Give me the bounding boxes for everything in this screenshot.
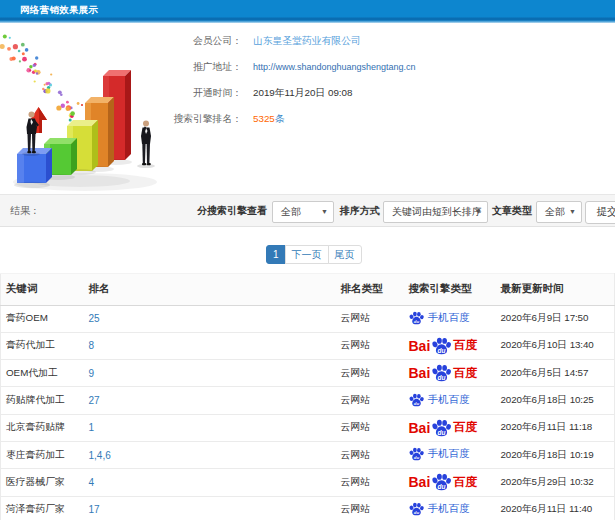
keyword-cell: 枣庄膏药加工 — [6, 449, 65, 460]
keyword-cell: 膏药代加工 — [6, 339, 55, 350]
header-engine-type: 搜索引擎类型 — [404, 274, 496, 306]
engine-select-value: 全部 — [281, 206, 301, 217]
rank-link[interactable]: 8 — [89, 340, 95, 351]
chevron-down-icon: ▼ — [569, 202, 576, 222]
promo-url-label: 推广地址： — [0, 60, 242, 74]
company-label: 会员公司： — [0, 34, 242, 48]
next-page-button[interactable]: 下一页 — [285, 245, 329, 264]
open-date-value: 2019年11月20日 09:08 — [253, 87, 353, 98]
baidu-logo-bai: Bai — [409, 420, 431, 436]
submit-button[interactable]: 提交 — [585, 201, 615, 224]
rank-type-cell: 云网站 — [341, 449, 370, 460]
filter-bar: 结果： 分搜索引擎查看 全部 ▼ 排序方式 关键词由短到长排序 ▼ 文章类型 全… — [0, 194, 615, 227]
person-right — [137, 121, 155, 169]
updated-cell: 2020年6月11日 11:40 — [501, 503, 593, 514]
baidu-logo: Bai du 百度 — [409, 419, 478, 437]
baidu-paw-icon: du — [431, 337, 452, 355]
header-updated: 最新更新时间 — [496, 274, 615, 306]
mobile-baidu-label: 手机百度 — [428, 502, 470, 516]
filter-controls: 分搜索引擎查看 全部 ▼ 排序方式 关键词由短到长排序 ▼ 文章类型 全部 ▼ … — [197, 195, 615, 226]
keyword-cell: 药贴牌代加工 — [6, 394, 65, 405]
rank-link[interactable]: 4 — [89, 477, 95, 488]
keyword-cell: 北京膏药贴牌 — [6, 421, 65, 432]
table-row: OEM代加工 9 云网站 du Bai — [1, 360, 615, 387]
svg-text:du: du — [413, 455, 419, 460]
engine-select[interactable]: 全部 ▼ — [272, 201, 334, 223]
company-link[interactable]: 山东皇圣堂药业有限公司 — [253, 35, 361, 46]
mobile-baidu-badge: du 手机百度 — [409, 311, 470, 325]
updated-cell: 2020年6月18日 10:25 — [501, 394, 594, 405]
sort-filter-label: 排序方式 — [340, 204, 380, 218]
page-title: 网络营销效果展示 — [20, 0, 98, 19]
baidu-paw-icon: du — [431, 364, 452, 382]
updated-cell: 2020年6月9日 17:50 — [501, 312, 589, 323]
keyword-rank-table: 关键词 排名 排名类型 搜索引擎类型 最新更新时间 膏药OEM 25 云网站 d… — [0, 273, 615, 520]
keyword-cell: 膏药OEM — [6, 312, 48, 323]
info-row-company: 会员公司：山东皇圣堂药业有限公司 — [0, 34, 470, 48]
table-row: 膏药OEM 25 云网站 du 手机百度 — [1, 305, 615, 332]
table-header-row: 关键词 排名 排名类型 搜索引擎类型 最新更新时间 — [1, 274, 615, 306]
table-row: 菏泽膏药厂家 17 云网站 du 手机百度 — [1, 496, 615, 520]
type-select[interactable]: 全部 ▼ — [536, 201, 582, 223]
keyword-cell: 菏泽膏药厂家 — [6, 503, 65, 514]
engine-filter-label: 分搜索引擎查看 — [197, 204, 267, 218]
info-row-rankcount: 搜索引擎排名：5325条 — [0, 112, 470, 126]
svg-text:du: du — [438, 374, 446, 381]
baidu-paw-icon: du — [409, 311, 424, 325]
table-row: 医疗器械厂家 4 云网站 du Bai — [1, 469, 615, 496]
growth-chart-illustration — [0, 30, 165, 192]
sort-select-value: 关键词由短到长排序 — [392, 206, 482, 217]
updated-cell: 2020年6月18日 10:19 — [501, 449, 594, 460]
rank-link[interactable]: 27 — [89, 395, 100, 406]
svg-text:du: du — [438, 346, 446, 353]
result-label: 结果： — [10, 195, 40, 226]
svg-text:du: du — [438, 428, 446, 435]
rank-count-value: 5325条 — [253, 113, 285, 124]
table-row: 药贴牌代加工 27 云网站 du 手机百度 — [1, 387, 615, 414]
updated-cell: 2020年6月5日 14:57 — [501, 367, 589, 378]
rank-link[interactable]: 25 — [89, 313, 100, 324]
baidu-logo-suffix: 百度 — [453, 365, 477, 382]
rank-link[interactable]: 1,4,6 — [89, 450, 111, 461]
baidu-paw-icon: du — [431, 419, 452, 437]
rank-link[interactable]: 17 — [89, 504, 100, 515]
baidu-logo-bai: Bai — [409, 365, 431, 381]
sort-select[interactable]: 关键词由短到长排序 ▼ — [383, 201, 488, 223]
promo-url-link[interactable]: http://www.shandonghuangshengtang.cn — [253, 62, 416, 72]
info-row-opendate: 开通时间：2019年11月20日 09:08 — [0, 86, 470, 100]
rank-type-cell: 云网站 — [341, 476, 370, 487]
baidu-paw-icon: du — [409, 447, 424, 461]
baidu-logo: Bai du 百度 — [409, 473, 478, 491]
rank-count-number: 5325 — [253, 113, 275, 124]
type-select-value: 全部 — [545, 206, 565, 217]
last-page-button[interactable]: 尾页 — [328, 245, 362, 264]
mobile-baidu-label: 手机百度 — [428, 311, 470, 325]
baidu-logo: Bai du 百度 — [409, 337, 478, 355]
table-row: 北京膏药贴牌 1 云网站 du Bai — [1, 414, 615, 441]
page-1-button[interactable]: 1 — [266, 245, 286, 264]
rank-type-cell: 云网站 — [341, 339, 370, 350]
title-bar: 网络营销效果展示 — [0, 0, 615, 23]
rank-link[interactable]: 1 — [89, 422, 95, 433]
updated-cell: 2020年5月29日 10:32 — [501, 476, 594, 487]
table-row: 膏药代加工 8 云网站 du Bai — [1, 332, 615, 359]
svg-text:du: du — [438, 483, 446, 490]
rank-link[interactable]: 9 — [89, 368, 95, 379]
rank-type-cell: 云网站 — [341, 367, 370, 378]
info-row-url: 推广地址：http://www.shandonghuangshengtang.c… — [0, 60, 470, 74]
baidu-paw-icon: du — [409, 502, 424, 516]
header-rank: 排名 — [84, 274, 336, 306]
rank-type-cell: 云网站 — [341, 394, 370, 405]
baidu-paw-icon: du — [409, 393, 424, 407]
rank-type-cell: 云网站 — [341, 312, 370, 323]
baidu-logo: Bai du 百度 — [409, 364, 478, 382]
pagination: 1 下一页 尾页 — [266, 245, 362, 264]
updated-cell: 2020年6月11日 11:18 — [501, 421, 593, 432]
baidu-logo-bai: Bai — [409, 338, 431, 354]
updated-cell: 2020年6月10日 13:40 — [501, 339, 594, 350]
mobile-baidu-label: 手机百度 — [428, 393, 470, 407]
mobile-baidu-badge: du 手机百度 — [409, 502, 470, 516]
svg-text:du: du — [413, 510, 419, 515]
svg-text:du: du — [413, 401, 419, 406]
open-date-label: 开通时间： — [0, 86, 242, 100]
